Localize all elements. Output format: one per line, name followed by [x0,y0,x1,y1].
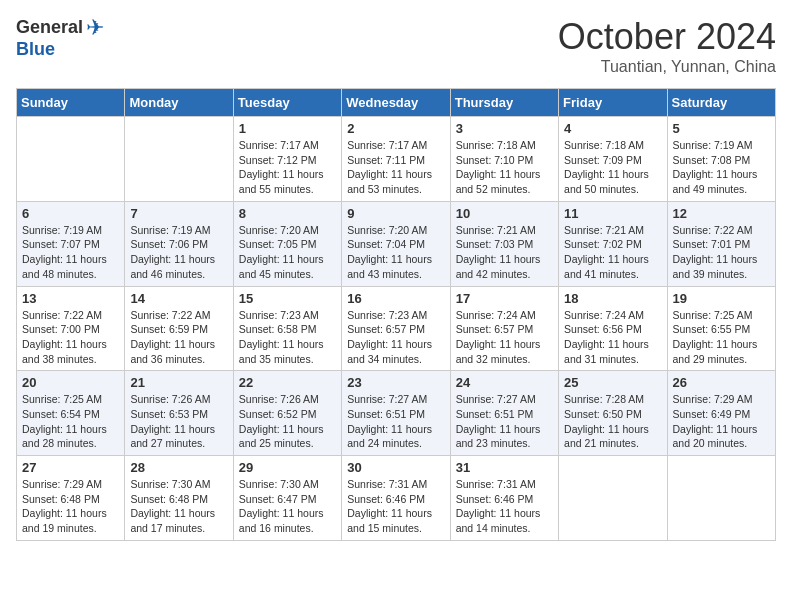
calendar-cell: 15Sunrise: 7:23 AM Sunset: 6:58 PM Dayli… [233,286,341,371]
day-number: 7 [130,206,227,221]
calendar-cell: 20Sunrise: 7:25 AM Sunset: 6:54 PM Dayli… [17,371,125,456]
calendar-cell: 2Sunrise: 7:17 AM Sunset: 7:11 PM Daylig… [342,117,450,202]
calendar-cell: 8Sunrise: 7:20 AM Sunset: 7:05 PM Daylig… [233,201,341,286]
calendar-table: SundayMondayTuesdayWednesdayThursdayFrid… [16,88,776,541]
day-number: 8 [239,206,336,221]
day-info: Sunrise: 7:19 AM Sunset: 7:08 PM Dayligh… [673,138,770,197]
calendar-cell: 10Sunrise: 7:21 AM Sunset: 7:03 PM Dayli… [450,201,558,286]
calendar-week-4: 20Sunrise: 7:25 AM Sunset: 6:54 PM Dayli… [17,371,776,456]
calendar-cell: 19Sunrise: 7:25 AM Sunset: 6:55 PM Dayli… [667,286,775,371]
day-info: Sunrise: 7:20 AM Sunset: 7:05 PM Dayligh… [239,223,336,282]
day-info: Sunrise: 7:31 AM Sunset: 6:46 PM Dayligh… [456,477,553,536]
day-number: 6 [22,206,119,221]
day-number: 31 [456,460,553,475]
day-number: 20 [22,375,119,390]
day-number: 19 [673,291,770,306]
day-info: Sunrise: 7:30 AM Sunset: 6:47 PM Dayligh… [239,477,336,536]
day-number: 28 [130,460,227,475]
calendar-cell: 16Sunrise: 7:23 AM Sunset: 6:57 PM Dayli… [342,286,450,371]
logo-general: General [16,18,83,38]
calendar-cell: 4Sunrise: 7:18 AM Sunset: 7:09 PM Daylig… [559,117,667,202]
day-info: Sunrise: 7:21 AM Sunset: 7:02 PM Dayligh… [564,223,661,282]
calendar-cell: 17Sunrise: 7:24 AM Sunset: 6:57 PM Dayli… [450,286,558,371]
calendar-cell: 25Sunrise: 7:28 AM Sunset: 6:50 PM Dayli… [559,371,667,456]
calendar-cell: 26Sunrise: 7:29 AM Sunset: 6:49 PM Dayli… [667,371,775,456]
calendar-cell: 7Sunrise: 7:19 AM Sunset: 7:06 PM Daylig… [125,201,233,286]
day-header-sunday: Sunday [17,89,125,117]
day-number: 17 [456,291,553,306]
day-info: Sunrise: 7:23 AM Sunset: 6:57 PM Dayligh… [347,308,444,367]
day-number: 14 [130,291,227,306]
day-info: Sunrise: 7:27 AM Sunset: 6:51 PM Dayligh… [347,392,444,451]
day-number: 22 [239,375,336,390]
calendar-cell: 22Sunrise: 7:26 AM Sunset: 6:52 PM Dayli… [233,371,341,456]
day-info: Sunrise: 7:17 AM Sunset: 7:12 PM Dayligh… [239,138,336,197]
calendar-cell: 18Sunrise: 7:24 AM Sunset: 6:56 PM Dayli… [559,286,667,371]
day-number: 26 [673,375,770,390]
day-info: Sunrise: 7:25 AM Sunset: 6:54 PM Dayligh… [22,392,119,451]
calendar-cell: 27Sunrise: 7:29 AM Sunset: 6:48 PM Dayli… [17,456,125,541]
day-number: 21 [130,375,227,390]
day-number: 5 [673,121,770,136]
calendar-cell: 11Sunrise: 7:21 AM Sunset: 7:02 PM Dayli… [559,201,667,286]
day-number: 30 [347,460,444,475]
logo-blue: Blue [16,40,104,60]
day-number: 25 [564,375,661,390]
day-info: Sunrise: 7:29 AM Sunset: 6:48 PM Dayligh… [22,477,119,536]
day-header-friday: Friday [559,89,667,117]
day-number: 29 [239,460,336,475]
day-number: 16 [347,291,444,306]
month-title: October 2024 [558,16,776,58]
day-header-thursday: Thursday [450,89,558,117]
calendar-cell: 23Sunrise: 7:27 AM Sunset: 6:51 PM Dayli… [342,371,450,456]
calendar-cell [125,117,233,202]
calendar-cell: 1Sunrise: 7:17 AM Sunset: 7:12 PM Daylig… [233,117,341,202]
day-number: 9 [347,206,444,221]
calendar-cell: 24Sunrise: 7:27 AM Sunset: 6:51 PM Dayli… [450,371,558,456]
day-number: 13 [22,291,119,306]
day-number: 12 [673,206,770,221]
day-info: Sunrise: 7:22 AM Sunset: 7:01 PM Dayligh… [673,223,770,282]
day-info: Sunrise: 7:28 AM Sunset: 6:50 PM Dayligh… [564,392,661,451]
day-info: Sunrise: 7:25 AM Sunset: 6:55 PM Dayligh… [673,308,770,367]
day-info: Sunrise: 7:19 AM Sunset: 7:07 PM Dayligh… [22,223,119,282]
calendar-cell: 28Sunrise: 7:30 AM Sunset: 6:48 PM Dayli… [125,456,233,541]
day-header-saturday: Saturday [667,89,775,117]
day-info: Sunrise: 7:21 AM Sunset: 7:03 PM Dayligh… [456,223,553,282]
day-number: 3 [456,121,553,136]
day-info: Sunrise: 7:26 AM Sunset: 6:53 PM Dayligh… [130,392,227,451]
calendar-cell: 13Sunrise: 7:22 AM Sunset: 7:00 PM Dayli… [17,286,125,371]
calendar-header-row: SundayMondayTuesdayWednesdayThursdayFrid… [17,89,776,117]
day-header-tuesday: Tuesday [233,89,341,117]
day-info: Sunrise: 7:19 AM Sunset: 7:06 PM Dayligh… [130,223,227,282]
day-number: 24 [456,375,553,390]
calendar-week-5: 27Sunrise: 7:29 AM Sunset: 6:48 PM Dayli… [17,456,776,541]
day-number: 23 [347,375,444,390]
day-info: Sunrise: 7:26 AM Sunset: 6:52 PM Dayligh… [239,392,336,451]
day-info: Sunrise: 7:22 AM Sunset: 7:00 PM Dayligh… [22,308,119,367]
day-info: Sunrise: 7:18 AM Sunset: 7:09 PM Dayligh… [564,138,661,197]
day-info: Sunrise: 7:31 AM Sunset: 6:46 PM Dayligh… [347,477,444,536]
calendar-cell: 21Sunrise: 7:26 AM Sunset: 6:53 PM Dayli… [125,371,233,456]
day-number: 10 [456,206,553,221]
day-number: 2 [347,121,444,136]
calendar-week-2: 6Sunrise: 7:19 AM Sunset: 7:07 PM Daylig… [17,201,776,286]
day-info: Sunrise: 7:17 AM Sunset: 7:11 PM Dayligh… [347,138,444,197]
calendar-week-1: 1Sunrise: 7:17 AM Sunset: 7:12 PM Daylig… [17,117,776,202]
day-number: 15 [239,291,336,306]
day-number: 27 [22,460,119,475]
day-number: 4 [564,121,661,136]
day-header-wednesday: Wednesday [342,89,450,117]
day-number: 1 [239,121,336,136]
page-header: General ✈ Blue October 2024 Tuantian, Yu… [16,16,776,76]
day-info: Sunrise: 7:20 AM Sunset: 7:04 PM Dayligh… [347,223,444,282]
calendar-cell: 3Sunrise: 7:18 AM Sunset: 7:10 PM Daylig… [450,117,558,202]
day-info: Sunrise: 7:24 AM Sunset: 6:56 PM Dayligh… [564,308,661,367]
calendar-cell: 30Sunrise: 7:31 AM Sunset: 6:46 PM Dayli… [342,456,450,541]
calendar-week-3: 13Sunrise: 7:22 AM Sunset: 7:00 PM Dayli… [17,286,776,371]
calendar-cell: 31Sunrise: 7:31 AM Sunset: 6:46 PM Dayli… [450,456,558,541]
day-number: 18 [564,291,661,306]
day-info: Sunrise: 7:18 AM Sunset: 7:10 PM Dayligh… [456,138,553,197]
calendar-cell [667,456,775,541]
logo-bird-icon: ✈ [86,16,104,40]
